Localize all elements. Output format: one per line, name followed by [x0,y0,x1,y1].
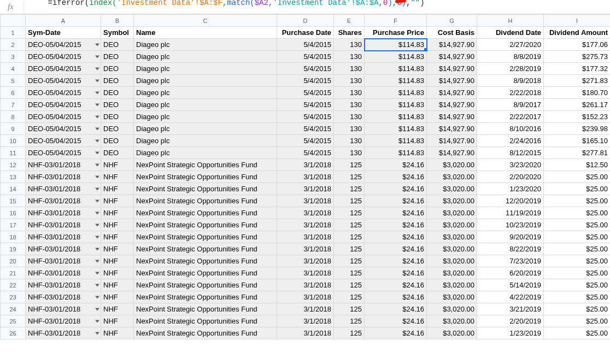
cell-name[interactable]: NexPoint Strategic Opportunities Fund [134,171,277,183]
cell-symdate[interactable]: NHF-03/01/2018 [26,183,101,195]
dropdown-icon[interactable] [95,55,99,58]
cell-dividend-date[interactable]: 8/8/2019 [477,51,544,63]
cell-cost-basis[interactable]: $14,927.90 [427,99,477,111]
cell-name[interactable]: Diageo plc [134,39,277,51]
cell-name[interactable]: NexPoint Strategic Opportunities Fund [134,207,277,219]
cell-cost-basis[interactable]: $3,020.00 [427,219,477,231]
cell-purchase-price[interactable]: $114.83 [365,111,427,123]
header-cost-basis[interactable]: Cost Basis [427,27,477,39]
cell-cost-basis[interactable]: $3,020.00 [427,315,477,327]
row-header-5[interactable]: 5 [1,75,26,87]
cell-symbol[interactable]: DEO [101,39,134,51]
cell-dividend-date[interactable]: 3/21/2019 [477,303,544,315]
row-header-19[interactable]: 19 [1,243,26,255]
cell-shares[interactable]: 125 [334,315,365,327]
cell-purchase-price[interactable]: $114.83 [365,123,427,135]
cell-cost-basis[interactable]: $3,020.00 [427,243,477,255]
cell-symdate[interactable]: DEO-05/04/2015 [26,99,101,111]
cell-purchase-price[interactable]: $114.83 [365,39,427,51]
cell-dividend-amount[interactable]: $25.00 [544,279,611,291]
row-header-8[interactable]: 8 [1,111,26,123]
cell-symdate[interactable]: NHF-03/01/2018 [26,207,101,219]
cell-symdate[interactable]: DEO-05/04/2015 [26,87,101,99]
cell-dividend-amount[interactable]: $25.00 [544,195,611,207]
cell-dividend-amount[interactable]: $25.00 [544,327,611,339]
row-header-25[interactable]: 25 [1,315,26,327]
cell-symbol[interactable]: DEO [101,123,134,135]
cell-cost-basis[interactable]: $14,927.90 [427,63,477,75]
cell-purchase-price[interactable]: $114.83 [365,99,427,111]
cell-symbol[interactable]: DEO [101,63,134,75]
cell-purchase-date[interactable]: 3/1/2018 [277,327,334,339]
cell-purchase-date[interactable]: 3/1/2018 [277,159,334,171]
header-purchase-date[interactable]: Purchase Date [277,27,334,39]
cell-name[interactable]: NexPoint Strategic Opportunities Fund [134,255,277,267]
cell-cost-basis[interactable]: $3,020.00 [427,255,477,267]
cell-symdate[interactable]: NHF-03/01/2018 [26,279,101,291]
cell-dividend-amount[interactable]: $25.00 [544,183,611,195]
cell-name[interactable]: NexPoint Strategic Opportunities Fund [134,183,277,195]
cell-shares[interactable]: 130 [334,87,365,99]
cell-dividend-amount[interactable]: $152.23 [544,111,611,123]
cell-dividend-amount[interactable]: $177.32 [544,63,611,75]
cell-purchase-date[interactable]: 3/1/2018 [277,183,334,195]
header-symbol[interactable]: Symbol [101,27,134,39]
cell-shares[interactable]: 125 [334,303,365,315]
cell-symbol[interactable]: NHF [101,315,134,327]
cell-purchase-price[interactable]: $24.16 [365,195,427,207]
cell-name[interactable]: NexPoint Strategic Opportunities Fund [134,231,277,243]
cell-shares[interactable]: 125 [334,195,365,207]
cell-dividend-amount[interactable]: $25.00 [544,219,611,231]
cell-dividend-amount[interactable]: $165.10 [544,135,611,147]
cell-name[interactable]: Diageo plc [134,111,277,123]
cell-dividend-amount[interactable]: $12.50 [544,159,611,171]
cell-dividend-date[interactable]: 2/20/2019 [477,315,544,327]
cell-symbol[interactable]: DEO [101,147,134,159]
dropdown-icon[interactable] [95,236,99,238]
formula-input[interactable]: =iferror(index('Investment Data'!$A:$F,m… [24,0,610,25]
cell-purchase-price[interactable]: $24.16 [365,243,427,255]
cell-symbol[interactable]: DEO [101,75,134,87]
cell-name[interactable]: Diageo plc [134,135,277,147]
cell-shares[interactable]: 125 [334,291,365,303]
dropdown-icon[interactable] [95,67,99,70]
row-header-26[interactable]: 26 [1,327,26,339]
cell-name[interactable]: Diageo plc [134,87,277,99]
row-header-21[interactable]: 21 [1,267,26,279]
cell-symbol[interactable]: NHF [101,327,134,339]
cell-symdate[interactable]: NHF-03/01/2018 [26,303,101,315]
row-header-14[interactable]: 14 [1,183,26,195]
cell-shares[interactable]: 130 [334,63,365,75]
cell-dividend-date[interactable]: 2/24/2016 [477,135,544,147]
header-symdate[interactable]: Sym-Date [26,27,101,39]
cell-name[interactable]: Diageo plc [134,99,277,111]
cell-cost-basis[interactable]: $14,927.90 [427,51,477,63]
cell-purchase-date[interactable]: 3/1/2018 [277,267,334,279]
cell-purchase-date[interactable]: 5/4/2015 [277,39,334,51]
row-header-3[interactable]: 3 [1,51,26,63]
cell-shares[interactable]: 130 [334,39,365,51]
cell-symdate[interactable]: NHF-03/01/2018 [26,291,101,303]
cell-symbol[interactable]: NHF [101,267,134,279]
dropdown-icon[interactable] [95,187,99,190]
cell-purchase-price[interactable]: $24.16 [365,327,427,339]
cell-symdate[interactable]: NHF-03/01/2018 [26,195,101,207]
cell-purchase-price[interactable]: $114.83 [365,75,427,87]
cell-purchase-price[interactable]: $24.16 [365,255,427,267]
cell-symbol[interactable]: NHF [101,303,134,315]
cell-symdate[interactable]: DEO-05/04/2015 [26,39,101,51]
cell-shares[interactable]: 130 [334,111,365,123]
cell-purchase-date[interactable]: 3/1/2018 [277,231,334,243]
row-header-16[interactable]: 16 [1,207,26,219]
row-header-13[interactable]: 13 [1,171,26,183]
cell-dividend-amount[interactable]: $275.73 [544,51,611,63]
dropdown-icon[interactable] [95,163,99,166]
cell-symdate[interactable]: DEO-05/04/2015 [26,123,101,135]
cell-dividend-date[interactable]: 8/10/2016 [477,123,544,135]
header-purchase-price[interactable]: Purchase Price [365,27,427,39]
cell-dividend-amount[interactable]: $25.00 [544,207,611,219]
cell-purchase-price[interactable]: $114.83 [365,135,427,147]
dropdown-icon[interactable] [95,248,99,250]
dropdown-icon[interactable] [95,272,99,274]
row-header-2[interactable]: 2 [1,39,26,51]
